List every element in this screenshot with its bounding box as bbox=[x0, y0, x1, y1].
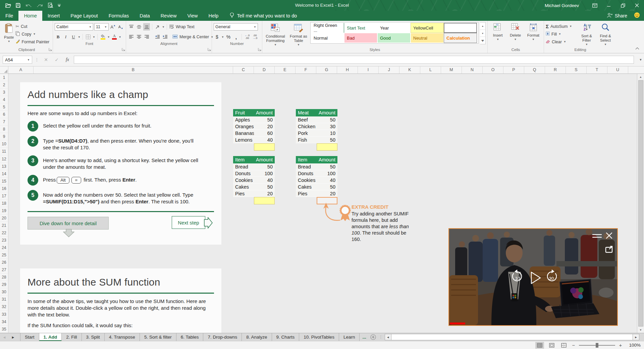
cell-donuts-amount[interactable]: 100 bbox=[317, 170, 337, 177]
borders-icon[interactable] bbox=[85, 33, 92, 41]
scroll-right-icon[interactable]: ► bbox=[633, 334, 639, 340]
cell-beef-amount[interactable]: 50 bbox=[317, 116, 337, 123]
video-player[interactable]: 10 30 bbox=[448, 228, 618, 326]
print-preview-icon[interactable] bbox=[48, 1, 53, 9]
row-header-6[interactable]: 6 bbox=[0, 111, 8, 118]
style-chip-calculation[interactable]: Calculation bbox=[444, 33, 477, 43]
zoom-slider-handle[interactable] bbox=[596, 343, 598, 348]
name-box[interactable]: A54▼ bbox=[3, 56, 32, 64]
ribbon-tab-file[interactable]: File bbox=[0, 11, 18, 21]
account-name[interactable]: Michael Gordeev bbox=[545, 3, 579, 8]
font-family-select[interactable]: Calibri▼ bbox=[55, 23, 93, 31]
next-step-button[interactable]: Next step bbox=[172, 216, 205, 229]
autosum-button[interactable]: ΣAutoSum▼ bbox=[546, 23, 577, 30]
column-header-S[interactable]: S bbox=[566, 66, 587, 73]
cell-pork-amount[interactable]: 10 bbox=[317, 130, 337, 137]
cell-donuts[interactable]: Donuts bbox=[296, 170, 317, 177]
cell-cakes-amount[interactable]: 50 bbox=[317, 184, 337, 190]
column-header-D[interactable]: D bbox=[254, 66, 275, 73]
sheet-nav-next-icon[interactable]: ► bbox=[9, 333, 17, 341]
page-layout-view-icon[interactable] bbox=[547, 342, 556, 349]
ribbon-tab-home[interactable]: Home bbox=[18, 11, 42, 21]
sheet-tab-8-analyze[interactable]: 8. Analyze bbox=[241, 333, 271, 341]
row-header-22[interactable]: 22 bbox=[0, 229, 8, 237]
minimize-button[interactable] bbox=[602, 0, 616, 11]
format-painter-button[interactable]: Format Painter bbox=[15, 38, 49, 45]
column-header-K[interactable]: K bbox=[399, 66, 420, 73]
close-button[interactable] bbox=[630, 0, 644, 11]
font-color-icon[interactable]: A bbox=[111, 33, 118, 41]
sheet-tab-3-split[interactable]: 3. Split bbox=[82, 333, 104, 341]
column-header-T[interactable]: T bbox=[587, 66, 607, 73]
style-chip-blank[interactable] bbox=[444, 23, 477, 33]
fill-color-icon[interactable] bbox=[100, 33, 106, 41]
sheet-tab-start[interactable]: Start bbox=[20, 333, 39, 341]
paste-button[interactable]: Paste ▼ bbox=[2, 22, 15, 47]
row-header-1[interactable]: 1 bbox=[0, 74, 8, 81]
cell-donuts-amount[interactable]: 100 bbox=[254, 170, 275, 177]
horizontal-scrollbar[interactable]: ◄ ► bbox=[385, 334, 639, 340]
format-as-table-button[interactable]: Format as Table ▼ bbox=[288, 22, 309, 46]
scroll-down-icon[interactable]: ▼ bbox=[637, 327, 644, 333]
tell-me-box[interactable]: Tell me what you want to do bbox=[230, 11, 297, 21]
row-header-34[interactable]: 34 bbox=[0, 318, 8, 326]
font-dialog-launcher-icon[interactable] bbox=[122, 46, 125, 52]
column-header-R[interactable]: R bbox=[545, 66, 566, 73]
copy-button[interactable]: Copy▼ bbox=[15, 31, 49, 38]
ribbon-tab-help[interactable]: Help bbox=[203, 11, 224, 21]
open-icon[interactable] bbox=[5, 1, 11, 9]
row-header-15[interactable]: 15 bbox=[0, 178, 8, 185]
cell-pies[interactable]: Pies bbox=[296, 190, 317, 197]
align-left-icon[interactable] bbox=[128, 33, 135, 41]
row-header-8[interactable]: 8 bbox=[0, 126, 8, 133]
row-header-33[interactable]: 33 bbox=[0, 311, 8, 318]
decrease-indent-icon[interactable] bbox=[154, 33, 161, 41]
row-header-23[interactable]: 23 bbox=[0, 237, 8, 244]
row-header-17[interactable]: 17 bbox=[0, 192, 8, 200]
ribbon-display-options-icon[interactable] bbox=[588, 0, 602, 11]
table-fruit-sum-cell-yellow[interactable] bbox=[254, 143, 275, 151]
increase-indent-icon[interactable] bbox=[162, 33, 168, 41]
insert-cells-button[interactable]: Insert▼ bbox=[489, 22, 506, 47]
column-header-G[interactable]: G bbox=[316, 66, 337, 73]
paste-dropdown-caret[interactable]: ▼ bbox=[8, 41, 10, 43]
gallery-more-icon[interactable]: ▬▼ bbox=[480, 37, 485, 44]
row-header-30[interactable]: 30 bbox=[0, 288, 8, 296]
orientation-icon[interactable] bbox=[154, 23, 161, 31]
scroll-left-icon[interactable]: ◄ bbox=[385, 334, 391, 340]
column-header-P[interactable]: P bbox=[503, 66, 524, 73]
cell-bananas[interactable]: Bananas bbox=[233, 130, 254, 137]
cell-apples-amount[interactable]: 50 bbox=[254, 116, 275, 123]
font-size-select[interactable]: 11▼ bbox=[94, 23, 109, 31]
cell-bread[interactable]: Bread bbox=[296, 163, 317, 170]
row-header-26[interactable]: 26 bbox=[0, 259, 8, 266]
cell-fish-amount[interactable]: 50 bbox=[317, 137, 337, 143]
cell-pies-amount[interactable]: 20 bbox=[254, 190, 275, 197]
cell-cakes-amount[interactable]: 50 bbox=[254, 184, 275, 190]
clear-button[interactable]: Clear▼ bbox=[546, 38, 577, 45]
row-header-18[interactable]: 18 bbox=[0, 200, 8, 207]
style-chip-right-green-[interactable]: Right Green ... bbox=[311, 23, 344, 33]
row-header-4[interactable]: 4 bbox=[0, 96, 8, 103]
row-header-29[interactable]: 29 bbox=[0, 281, 8, 288]
row-header-20[interactable]: 20 bbox=[0, 214, 8, 222]
sheet-tab-7-drop-downs[interactable]: 7. Drop-downs bbox=[203, 333, 241, 341]
cell-lemons-amount[interactable]: 40 bbox=[254, 137, 275, 143]
sheet-tab-1-add[interactable]: 1. Add bbox=[39, 333, 62, 341]
dive-down-button[interactable]: Dive down for more detail bbox=[28, 217, 109, 230]
bottom-align-icon[interactable] bbox=[143, 23, 150, 31]
format-cells-button[interactable]: Format▼ bbox=[525, 22, 542, 47]
row-header-27[interactable]: 27 bbox=[0, 266, 8, 273]
ribbon-tab-insert[interactable]: Insert bbox=[42, 11, 65, 21]
feedback-smiley-icon[interactable] bbox=[634, 12, 640, 19]
row-header-11[interactable]: 11 bbox=[0, 148, 8, 155]
italic-button[interactable]: I bbox=[62, 33, 69, 41]
sheet-tab-4-transpose[interactable]: 4. Transpose bbox=[104, 333, 140, 341]
collapse-ribbon-icon[interactable] bbox=[635, 45, 639, 51]
column-header-O[interactable]: O bbox=[483, 66, 503, 73]
restore-button[interactable] bbox=[616, 0, 630, 11]
column-header-M[interactable]: M bbox=[441, 66, 462, 73]
sheet-tab-6-tables[interactable]: 6. Tables bbox=[176, 333, 203, 341]
insert-function-icon[interactable]: fx bbox=[63, 57, 72, 62]
cell-bananas-amount[interactable]: 60 bbox=[254, 130, 275, 137]
